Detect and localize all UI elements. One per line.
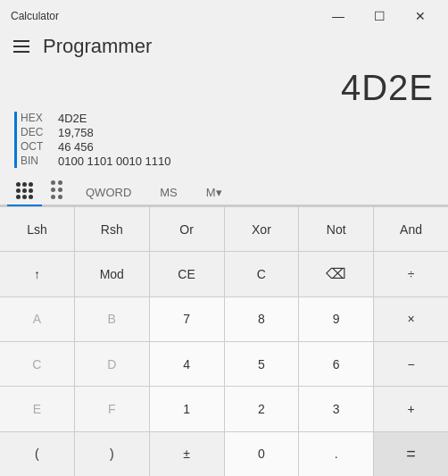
add-button[interactable]: + xyxy=(374,387,448,430)
a-button[interactable]: A xyxy=(0,297,74,341)
up-button[interactable]: ↑ xyxy=(0,252,74,296)
fullpad-icon xyxy=(16,182,33,199)
dec-label: DEC xyxy=(21,126,47,139)
bin-row: BIN 0100 1101 0010 1110 xyxy=(21,154,434,168)
maximize-button[interactable]: ☐ xyxy=(359,2,400,30)
hex-label: HEX xyxy=(21,112,47,125)
mod-button[interactable]: Mod xyxy=(75,252,149,296)
minimize-button[interactable]: — xyxy=(318,2,359,30)
display-area: 4D2E HEX 4D2E DEC 19,758 OCT 46 456 BIN … xyxy=(0,68,448,175)
memory-label: M▾ xyxy=(206,186,222,199)
d-button[interactable]: D xyxy=(75,342,149,386)
button-grid: Lsh Rsh Or Xor Not And ↑ Mod CE C ⌫ ÷ A … xyxy=(0,206,448,476)
b-button[interactable]: B xyxy=(75,297,149,341)
8-button[interactable]: 8 xyxy=(225,297,299,341)
backspace-icon: ⌫ xyxy=(326,265,346,282)
bin-label: BIN xyxy=(21,154,47,168)
7-button[interactable]: 7 xyxy=(150,297,224,341)
oct-value: 46 456 xyxy=(58,140,94,154)
c2-button[interactable]: C xyxy=(0,342,74,386)
3-button[interactable]: 3 xyxy=(299,387,373,430)
close-button[interactable]: ✕ xyxy=(400,2,441,30)
hamburger-icon[interactable] xyxy=(7,32,36,61)
main-display: 4D2E xyxy=(14,68,434,112)
1-button[interactable]: 1 xyxy=(150,387,224,430)
title-bar-title: Calculator xyxy=(11,10,59,22)
qword-label: QWORD xyxy=(86,186,131,199)
memory-button[interactable]: M▾ xyxy=(192,180,236,205)
number-systems: HEX 4D2E DEC 19,758 OCT 46 456 BIN 0100 … xyxy=(14,112,434,168)
app-title: Programmer xyxy=(43,35,152,58)
bin-value: 0100 1101 0010 1110 xyxy=(58,154,171,168)
9-button[interactable]: 9 xyxy=(299,297,373,341)
backspace-button[interactable]: ⌫ xyxy=(299,252,373,296)
e-button[interactable]: E xyxy=(0,387,74,430)
oct-label: OCT xyxy=(21,140,47,154)
0-button[interactable]: 0 xyxy=(225,432,299,476)
f-button[interactable]: F xyxy=(75,387,149,430)
fullpad-mode-button[interactable] xyxy=(7,177,42,206)
mode-row: QWORD MS M▾ xyxy=(0,175,448,206)
xor-button[interactable]: Xor xyxy=(225,207,299,251)
2-button[interactable]: 2 xyxy=(225,387,299,430)
or-button[interactable]: Or xyxy=(150,207,224,251)
dec-row: DEC 19,758 xyxy=(21,126,434,139)
open-paren-button[interactable]: ( xyxy=(0,432,74,476)
app-header: Programmer xyxy=(0,29,448,68)
dots6-mode-button[interactable] xyxy=(42,175,71,205)
divide-button[interactable]: ÷ xyxy=(374,252,448,296)
dot-button[interactable]: . xyxy=(299,432,373,476)
plusminus-button[interactable]: ± xyxy=(150,432,224,476)
dots6-icon xyxy=(51,180,62,199)
oct-row: OCT 46 456 xyxy=(21,140,434,154)
6-button[interactable]: 6 xyxy=(299,342,373,386)
4-button[interactable]: 4 xyxy=(150,342,224,386)
c-button[interactable]: C xyxy=(225,252,299,296)
rsh-button[interactable]: Rsh xyxy=(75,207,149,251)
hex-value: 4D2E xyxy=(58,112,87,125)
qword-button[interactable]: QWORD xyxy=(71,180,145,205)
5-button[interactable]: 5 xyxy=(225,342,299,386)
title-bar: Calculator — ☐ ✕ xyxy=(0,0,448,29)
close-paren-button[interactable]: ) xyxy=(75,432,149,476)
not-button[interactable]: Not xyxy=(299,207,373,251)
equals-button[interactable]: = xyxy=(374,432,448,476)
ms-button[interactable]: MS xyxy=(145,180,192,205)
ce-button[interactable]: CE xyxy=(150,252,224,296)
dec-value: 19,758 xyxy=(58,126,94,139)
subtract-button[interactable]: − xyxy=(374,342,448,386)
lsh-button[interactable]: Lsh xyxy=(0,207,74,251)
ms-label: MS xyxy=(160,186,178,199)
title-bar-controls: — ☐ ✕ xyxy=(318,2,441,30)
hex-row: HEX 4D2E xyxy=(21,112,434,125)
multiply-button[interactable]: × xyxy=(374,297,448,341)
title-bar-left: Calculator xyxy=(11,10,59,22)
and-button[interactable]: And xyxy=(374,207,448,251)
calc-body: QWORD MS M▾ Lsh Rsh Or Xor Not And ↑ Mod… xyxy=(0,175,448,476)
